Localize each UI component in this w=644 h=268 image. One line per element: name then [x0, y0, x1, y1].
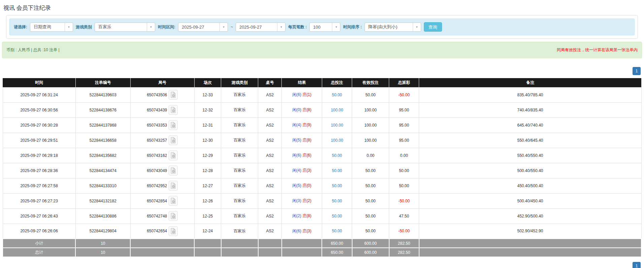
column-header-7: 总投注: [322, 78, 352, 87]
cell-session: 12-31: [194, 118, 221, 133]
page-button-1[interactable]: 1: [633, 262, 641, 268]
cell-payout: 95.00: [389, 133, 419, 148]
total-row-cell: [130, 248, 194, 257]
total-bet-link[interactable]: 50.00: [332, 229, 342, 233]
cell-remark: 835.40/785.40: [419, 87, 641, 102]
total-row-cell: 282.50: [389, 248, 419, 257]
cell-game-type: 百家乐: [221, 193, 258, 208]
chevron-down-icon: ▼: [332, 23, 340, 31]
cell-result: 闲(0) 庄(8): [282, 102, 322, 118]
cell-table-no: AS2: [258, 133, 282, 148]
date-separator: ~: [231, 25, 233, 29]
video-replay-icon: [170, 213, 176, 219]
cell-game-type: 百家乐: [221, 178, 258, 193]
video-replay-button[interactable]: [169, 196, 178, 206]
cell-valid-bet: 50.00: [352, 178, 389, 193]
total-row-cell: [419, 248, 641, 257]
result-player: 闲(6): [292, 153, 301, 158]
video-replay-icon: [170, 107, 176, 113]
result-player: 闲(4): [292, 168, 301, 173]
video-replay-icon: [170, 137, 176, 143]
subtotal-row-cell: 282.50: [389, 239, 419, 248]
cell-game-type: 百家乐: [221, 224, 258, 239]
cell-valid-bet: 100.00: [352, 102, 389, 118]
video-replay-button[interactable]: [169, 181, 178, 191]
cell-session: 12-28: [194, 163, 221, 178]
total-bet-link[interactable]: 100.00: [331, 123, 343, 128]
subtotal-row-cell: [419, 239, 641, 248]
column-header-1: 注单编号: [75, 78, 130, 87]
date-from-select[interactable]: 2025-09-27 ▼: [178, 23, 228, 32]
cell-round-id: 650742654: [130, 224, 194, 239]
cell-time: 2025-09-27 06:26:43: [3, 208, 75, 224]
cell-valid-bet: 50.00: [352, 87, 389, 102]
total-bet-link[interactable]: 100.00: [331, 108, 343, 112]
total-bet-link[interactable]: 50.00: [332, 199, 342, 203]
video-replay-button[interactable]: [169, 166, 178, 175]
cell-result: 闲(4) 庄(9): [282, 118, 322, 133]
page-button-1[interactable]: 1: [633, 67, 641, 75]
cell-table-no: AS2: [258, 178, 282, 193]
subtotal-row-cell: 小计: [3, 239, 75, 248]
total-row-cell: [221, 248, 258, 257]
cell-table-no: AS2: [258, 163, 282, 178]
result-banker: 庄(0): [302, 183, 311, 188]
cell-bet-id: 522844133310: [75, 178, 130, 193]
cell-result: 闲(5) 庄(8): [282, 133, 322, 148]
total-bet-link[interactable]: 50.00: [332, 93, 342, 97]
search-button[interactable]: 查询: [424, 22, 442, 32]
cell-game-type: 百家乐: [221, 133, 258, 148]
total-bet-link[interactable]: 100.00: [331, 138, 343, 143]
result-player: 闲(6): [292, 229, 301, 233]
total-row-cell: 650.00: [322, 248, 352, 257]
cell-session: 12-26: [194, 193, 221, 208]
video-replay-button[interactable]: [169, 150, 178, 160]
cell-total-bet: 50.00: [322, 224, 352, 239]
date-to-select[interactable]: 2025-09-27 ▼: [236, 23, 285, 32]
chevron-down-icon: ▼: [219, 23, 228, 31]
total-bet-link[interactable]: 50.00: [332, 153, 342, 158]
cell-valid-bet: 50.00: [352, 193, 389, 208]
total-row-cell: [282, 248, 322, 257]
query-type-select[interactable]: 日期查询 ▼: [30, 23, 73, 32]
cell-remark: 740.40/835.40: [419, 102, 641, 118]
subtotal-row-cell: 600.00: [352, 239, 389, 248]
result-player: 闲(3): [292, 198, 301, 203]
page-size-select[interactable]: 100 ▼: [309, 23, 340, 32]
video-replay-icon: [170, 198, 176, 204]
table-row: 2025-09-27 06:29:18522844135682650743162…: [3, 148, 641, 163]
cell-round-id: 650743353: [130, 118, 194, 133]
cell-time: 2025-09-27 06:30:56: [3, 102, 75, 118]
total-bet-link[interactable]: 50.00: [332, 183, 342, 188]
subtotal-row-cell: [221, 239, 258, 248]
sort-order-select[interactable]: 降幂(由大到小) ▼: [365, 23, 421, 32]
cell-total-bet: 100.00: [322, 118, 352, 133]
video-replay-button[interactable]: [169, 90, 178, 100]
cell-bet-id: 522844132182: [75, 193, 130, 208]
table-row: 2025-09-27 06:26:06522844129804650742654…: [3, 224, 641, 239]
video-replay-button[interactable]: [169, 211, 178, 221]
total-bet-link[interactable]: 50.00: [332, 214, 342, 219]
video-replay-button[interactable]: [169, 226, 178, 236]
video-replay-button[interactable]: [169, 105, 178, 115]
cell-time: 2025-09-27 06:30:28: [3, 118, 75, 133]
column-header-4: 游戏类别: [221, 78, 258, 87]
cell-total-bet: 50.00: [322, 178, 352, 193]
video-replay-icon: [170, 152, 176, 159]
result-banker: 庄(3): [302, 168, 311, 173]
table-header-row: 时间注单编号局号场次游戏类别桌号结果总投注有效投注总派彩备注: [3, 78, 641, 87]
video-replay-button[interactable]: [169, 135, 178, 145]
total-bet-link[interactable]: 50.00: [332, 168, 342, 173]
cell-total-bet: 50.00: [322, 148, 352, 163]
subtotal-row-cell: 10: [75, 239, 130, 248]
column-header-5: 桌号: [258, 78, 282, 87]
chevron-down-icon: ▼: [413, 23, 421, 31]
subtotal-row: 小计10650.00600.00282.50: [3, 239, 641, 248]
table-row: 2025-09-27 06:28:36522844134474650743049…: [3, 163, 641, 178]
cell-game-type: 百家乐: [221, 87, 258, 102]
total-row: 总计10650.00600.00282.50: [3, 248, 641, 257]
cell-time: 2025-09-27 06:28:36: [3, 163, 75, 178]
game-type-select[interactable]: 百家乐 ▼: [95, 23, 155, 32]
column-header-2: 局号: [130, 78, 194, 87]
video-replay-button[interactable]: [169, 120, 178, 130]
